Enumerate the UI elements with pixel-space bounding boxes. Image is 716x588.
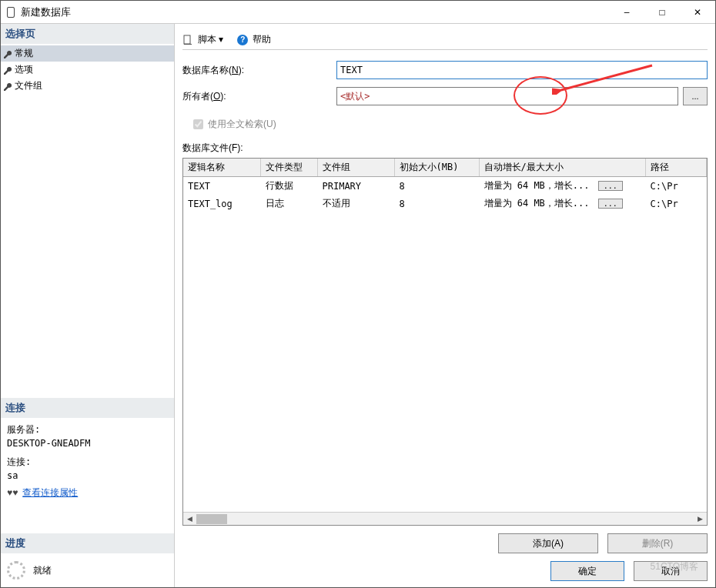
minimize-button[interactable]: –: [609, 1, 644, 23]
window-title: 新建数据库: [21, 5, 609, 19]
wrench-icon: [4, 50, 12, 58]
cell-path[interactable]: C:\Pr: [645, 195, 707, 212]
title-bar: 新建数据库 – □ ✕: [1, 1, 715, 24]
cancel-button[interactable]: 取消: [634, 561, 708, 581]
help-link[interactable]: 帮助: [253, 33, 271, 46]
cell-file-group[interactable]: PRIMARY: [317, 177, 394, 195]
files-table-container: 逻辑名称 文件类型 文件组 初始大小(MB) 自动增长/最大大小 路径 TEXT…: [182, 158, 708, 526]
cell-logical-name[interactable]: TEXT: [183, 177, 260, 195]
database-name-input[interactable]: [336, 61, 708, 79]
cell-initial-size[interactable]: 8: [394, 177, 479, 195]
progress-status: 就绪: [33, 564, 52, 577]
table-row[interactable]: TEXT行数据PRIMARY8增量为 64 MB，增长... ...C:\Pr: [183, 177, 707, 195]
cell-autogrowth[interactable]: 增量为 64 MB，增长... ...: [479, 195, 645, 212]
sidebar: 选择页 常规 选项 文件组 连接 服务器: DESKTOP-G: [1, 24, 175, 587]
connection-header: 连接: [1, 398, 174, 418]
sidebar-item-label: 文件组: [15, 79, 42, 92]
col-file-type[interactable]: 文件类型: [260, 159, 317, 177]
col-initial-size[interactable]: 初始大小(MB): [394, 159, 479, 177]
col-autogrowth[interactable]: 自动增长/最大大小: [479, 159, 645, 177]
wrench-icon: [4, 66, 12, 74]
scroll-left-icon[interactable]: ◀: [183, 513, 196, 526]
cell-file-type[interactable]: 日志: [260, 195, 317, 212]
connection-props-icon: ♥♥: [7, 486, 18, 499]
view-connection-props-link[interactable]: 查看连接属性: [22, 486, 78, 499]
maximize-button[interactable]: □: [644, 1, 680, 23]
server-label: 服务器:: [7, 423, 168, 436]
table-row[interactable]: TEXT_log日志不适用8增量为 64 MB，增长... ...C:\Pr: [183, 195, 707, 212]
connection-value: sa: [7, 469, 168, 483]
sidebar-item-options[interactable]: 选项: [1, 62, 174, 78]
remove-button: 删除(R): [607, 533, 708, 553]
ok-button[interactable]: 确定: [550, 561, 624, 581]
help-icon: ?: [237, 35, 248, 45]
toolbar: 脚本 ▾ ? 帮助: [182, 30, 708, 50]
wrench-icon: [4, 82, 12, 90]
cell-logical-name[interactable]: TEXT_log: [183, 195, 260, 212]
server-value: DESKTOP-GNEADFM: [7, 436, 168, 450]
owner-browse-button[interactable]: ...: [683, 87, 708, 105]
cell-path[interactable]: C:\Pr: [645, 177, 707, 195]
close-button[interactable]: ✕: [680, 1, 715, 23]
script-icon: [182, 35, 193, 45]
sidebar-item-general[interactable]: 常规: [1, 45, 174, 62]
owner-label: 所有者(O):: [182, 90, 336, 103]
files-table[interactable]: 逻辑名称 文件类型 文件组 初始大小(MB) 自动增长/最大大小 路径 TEXT…: [183, 159, 707, 212]
table-header-row: 逻辑名称 文件类型 文件组 初始大小(MB) 自动增长/最大大小 路径: [183, 159, 707, 177]
sidebar-item-label: 选项: [15, 63, 33, 76]
connection-label: 连接:: [7, 455, 168, 469]
progress-ring-icon: [7, 561, 25, 580]
cell-initial-size[interactable]: 8: [394, 195, 479, 212]
files-label: 数据库文件(F):: [182, 142, 708, 155]
dbname-label: 数据库名称(N):: [182, 64, 336, 77]
col-logical-name[interactable]: 逻辑名称: [183, 159, 260, 177]
fulltext-label: 使用全文检索(U): [208, 118, 276, 131]
script-dropdown[interactable]: 脚本 ▾: [198, 33, 223, 46]
svg-rect-0: [184, 35, 190, 44]
chevron-down-icon: ▾: [219, 34, 223, 45]
col-file-group[interactable]: 文件组: [317, 159, 394, 177]
connection-info: 服务器: DESKTOP-GNEADFM 连接: sa ♥♥ 查看连接属性: [1, 418, 174, 507]
sidebar-item-filegroups[interactable]: 文件组: [1, 78, 174, 94]
autogrowth-browse-button[interactable]: ...: [598, 181, 623, 191]
col-path[interactable]: 路径: [645, 159, 707, 177]
sidebar-item-label: 常规: [15, 47, 33, 60]
progress-header: 进度: [1, 533, 174, 553]
owner-input[interactable]: [336, 87, 678, 105]
database-icon: [7, 7, 15, 18]
horizontal-scrollbar[interactable]: ◀ ▶: [183, 512, 707, 525]
autogrowth-browse-button[interactable]: ...: [598, 199, 623, 209]
scroll-thumb[interactable]: [196, 514, 227, 524]
cell-autogrowth[interactable]: 增量为 64 MB，增长... ...: [479, 177, 645, 195]
scroll-right-icon[interactable]: ▶: [694, 513, 707, 526]
main-panel: 脚本 ▾ ? 帮助 数据库名称(N): 所有者(O): ...: [175, 24, 715, 587]
add-button[interactable]: 添加(A): [498, 533, 598, 553]
cell-file-group[interactable]: 不适用: [317, 195, 394, 212]
progress-block: 就绪: [1, 553, 174, 587]
fulltext-checkbox: [193, 119, 203, 129]
select-page-header: 选择页: [1, 24, 174, 44]
cell-file-type[interactable]: 行数据: [260, 177, 317, 195]
